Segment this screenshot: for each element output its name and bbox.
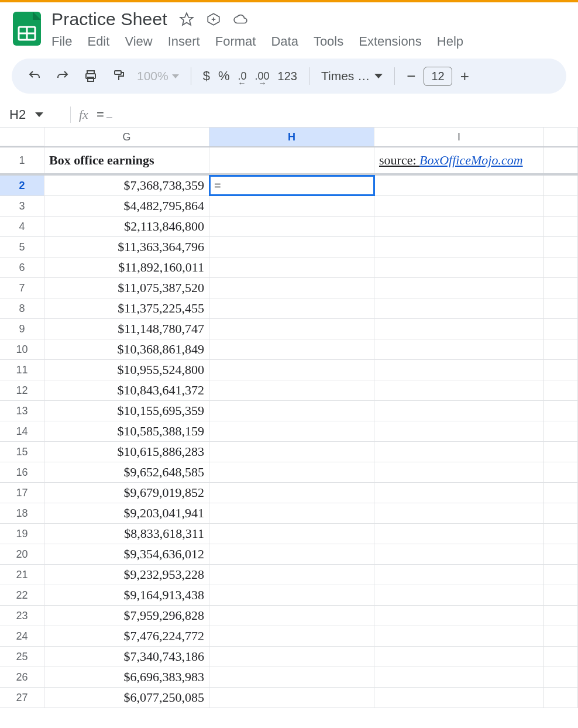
cell-h15[interactable]	[209, 442, 374, 462]
row-header[interactable]: 8	[0, 298, 44, 318]
menu-help[interactable]: Help	[437, 33, 463, 50]
cell-g15[interactable]: $10,615,886,283	[44, 442, 209, 462]
cell-g6[interactable]: $11,892,160,011	[44, 257, 209, 277]
row-header[interactable]: 27	[0, 688, 44, 708]
column-header-next[interactable]	[544, 128, 578, 146]
cell-j25[interactable]	[544, 647, 578, 667]
row-header[interactable]: 25	[0, 647, 44, 667]
cell-h2[interactable]: =	[209, 176, 374, 195]
cell-g26[interactable]: $6,696,383,983	[44, 667, 209, 687]
font-size-input[interactable]: 12	[424, 67, 452, 86]
cell-j16[interactable]	[544, 462, 578, 482]
cell-i10[interactable]	[374, 339, 544, 359]
cell-j14[interactable]	[544, 421, 578, 441]
print-button[interactable]	[81, 66, 101, 86]
cell-g22[interactable]: $9,164,913,438	[44, 585, 209, 605]
cell-i12[interactable]	[374, 380, 544, 400]
cell-i17[interactable]	[374, 483, 544, 503]
cell-j1[interactable]	[544, 147, 578, 173]
select-all-corner[interactable]	[0, 128, 44, 146]
cell-g8[interactable]: $11,375,225,455	[44, 298, 209, 318]
cell-h3[interactable]	[209, 196, 374, 216]
cell-h4[interactable]	[209, 217, 374, 236]
row-header[interactable]: 19	[0, 524, 44, 544]
cell-j6[interactable]	[544, 257, 578, 277]
formula-input[interactable]: =	[97, 107, 569, 122]
row-header[interactable]: 4	[0, 217, 44, 236]
row-header[interactable]: 15	[0, 442, 44, 462]
cell-g11[interactable]: $10,955,524,800	[44, 360, 209, 380]
cell-g18[interactable]: $9,203,041,941	[44, 503, 209, 523]
cell-h7[interactable]	[209, 278, 374, 298]
row-header[interactable]: 20	[0, 544, 44, 564]
cell-i13[interactable]	[374, 401, 544, 421]
cell-j22[interactable]	[544, 585, 578, 605]
cell-g17[interactable]: $9,679,019,852	[44, 483, 209, 503]
cell-i11[interactable]	[374, 360, 544, 380]
cell-i1[interactable]: source: BoxOfficeMojo.com	[374, 147, 544, 173]
cell-h21[interactable]	[209, 565, 374, 585]
menu-file[interactable]: File	[51, 33, 72, 50]
cell-j8[interactable]	[544, 298, 578, 318]
cell-i25[interactable]	[374, 647, 544, 667]
cell-h17[interactable]	[209, 483, 374, 503]
row-header[interactable]: 1	[0, 147, 44, 173]
row-header[interactable]: 2	[0, 176, 44, 195]
cell-g4[interactable]: $2,113,846,800	[44, 217, 209, 236]
cell-h6[interactable]	[209, 257, 374, 277]
menu-extensions[interactable]: Extensions	[359, 33, 422, 50]
cell-g25[interactable]: $7,340,743,186	[44, 647, 209, 667]
decrease-font-size-button[interactable]: −	[407, 66, 415, 86]
cell-g24[interactable]: $7,476,224,772	[44, 626, 209, 646]
cell-g27[interactable]: $6,077,250,085	[44, 688, 209, 708]
cell-j21[interactable]	[544, 565, 578, 585]
cell-g12[interactable]: $10,843,641,372	[44, 380, 209, 400]
redo-button[interactable]	[53, 66, 73, 86]
cell-g14[interactable]: $10,585,388,159	[44, 421, 209, 441]
cell-g19[interactable]: $8,833,618,311	[44, 524, 209, 544]
row-header[interactable]: 24	[0, 626, 44, 646]
cell-j19[interactable]	[544, 524, 578, 544]
more-formats-button[interactable]: 123	[278, 66, 297, 86]
row-header[interactable]: 6	[0, 257, 44, 277]
cell-j26[interactable]	[544, 667, 578, 687]
format-percent-button[interactable]: %	[218, 66, 230, 86]
cell-i6[interactable]	[374, 257, 544, 277]
row-header[interactable]: 17	[0, 483, 44, 503]
cell-g16[interactable]: $9,652,648,585	[44, 462, 209, 482]
cell-i27[interactable]	[374, 688, 544, 708]
cell-i24[interactable]	[374, 626, 544, 646]
cell-h25[interactable]	[209, 647, 374, 667]
row-header[interactable]: 10	[0, 339, 44, 359]
increase-font-size-button[interactable]: +	[460, 66, 469, 86]
cell-i3[interactable]	[374, 196, 544, 216]
row-header[interactable]: 12	[0, 380, 44, 400]
zoom-select[interactable]: 100%	[137, 69, 179, 83]
cell-h12[interactable]	[209, 380, 374, 400]
cell-i2[interactable]	[374, 176, 544, 195]
cell-j10[interactable]	[544, 339, 578, 359]
cell-j17[interactable]	[544, 483, 578, 503]
row-header[interactable]: 22	[0, 585, 44, 605]
cell-j27[interactable]	[544, 688, 578, 708]
row-header[interactable]: 16	[0, 462, 44, 482]
paint-format-button[interactable]	[109, 66, 129, 86]
cell-j24[interactable]	[544, 626, 578, 646]
font-family-select[interactable]: Times …	[321, 69, 383, 83]
move-folder-icon[interactable]	[206, 12, 221, 27]
cell-i26[interactable]	[374, 667, 544, 687]
cell-h20[interactable]	[209, 544, 374, 564]
cell-j20[interactable]	[544, 544, 578, 564]
cell-h14[interactable]	[209, 421, 374, 441]
name-box[interactable]: H2	[9, 107, 62, 122]
column-header-i[interactable]: I	[374, 128, 544, 146]
spreadsheet-grid[interactable]: G H I 1 Box office earnings source: BoxO…	[0, 128, 578, 708]
cell-i14[interactable]	[374, 421, 544, 441]
cell-g23[interactable]: $7,959,296,828	[44, 606, 209, 626]
cell-j3[interactable]	[544, 196, 578, 216]
cell-i21[interactable]	[374, 565, 544, 585]
column-header-h[interactable]: H	[209, 128, 374, 146]
cell-h27[interactable]	[209, 688, 374, 708]
cell-i8[interactable]	[374, 298, 544, 318]
column-header-g[interactable]: G	[44, 128, 209, 146]
